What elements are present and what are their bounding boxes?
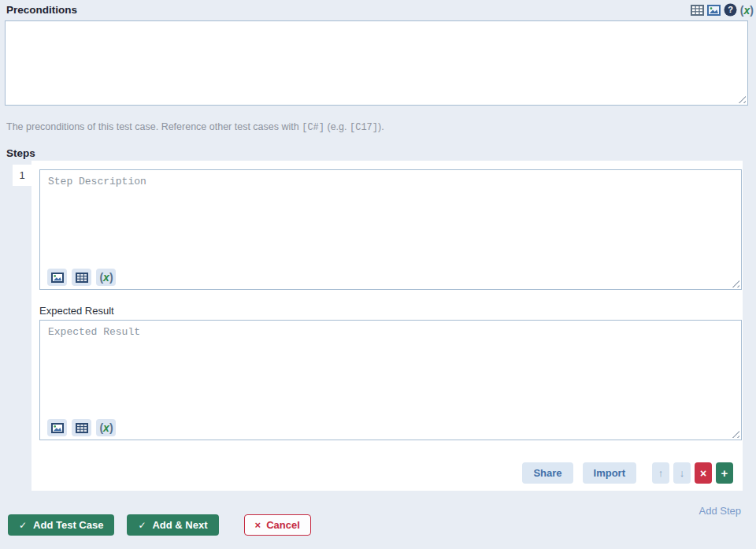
step-description-toolbar: (x) bbox=[47, 269, 116, 286]
variable-icon[interactable]: (x) bbox=[740, 5, 753, 16]
add-step-inline-button[interactable]: + bbox=[716, 462, 733, 484]
expected-result-label: Expected Result bbox=[39, 305, 114, 317]
footer-actions: ✓ Add Test Case ✓ Add & Next × Cancel bbox=[8, 514, 311, 536]
preconditions-help: The preconditions of this test case. Ref… bbox=[6, 121, 384, 133]
close-icon: × bbox=[255, 519, 261, 531]
variable-icon[interactable]: (x) bbox=[96, 419, 116, 436]
preconditions-toolbar: ? (x) bbox=[691, 3, 753, 17]
table-icon[interactable] bbox=[691, 5, 704, 16]
step-description-input[interactable] bbox=[40, 170, 741, 289]
add-step-link[interactable]: Add Step bbox=[699, 505, 742, 517]
check-icon: ✓ bbox=[19, 520, 27, 531]
share-button[interactable]: Share bbox=[522, 462, 573, 484]
cancel-button[interactable]: × Cancel bbox=[244, 514, 311, 536]
table-icon[interactable] bbox=[72, 269, 91, 286]
arrow-down-icon: ↓ bbox=[680, 467, 685, 479]
help-icon[interactable]: ? bbox=[724, 3, 737, 17]
add-and-next-button[interactable]: ✓ Add & Next bbox=[127, 514, 218, 536]
delete-step-button[interactable]: × bbox=[695, 462, 712, 484]
table-icon[interactable] bbox=[72, 419, 91, 436]
step-description-box bbox=[39, 169, 742, 290]
preconditions-label: Preconditions bbox=[6, 4, 77, 16]
image-icon[interactable] bbox=[47, 419, 67, 436]
steps-label: Steps bbox=[6, 147, 35, 159]
svg-text:?: ? bbox=[728, 5, 733, 14]
expected-result-toolbar: (x) bbox=[47, 419, 116, 436]
move-step-down-button[interactable]: ↓ bbox=[673, 462, 691, 484]
step-row: (x) Expected Result (x) Share bbox=[32, 161, 743, 491]
variable-icon[interactable]: (x) bbox=[96, 269, 116, 286]
check-icon: ✓ bbox=[138, 520, 146, 531]
import-button[interactable]: Import bbox=[583, 462, 636, 484]
add-test-case-button[interactable]: ✓ Add Test Case bbox=[8, 514, 114, 536]
step-actions: Share Import ↑ ↓ × + bbox=[522, 462, 733, 484]
plus-icon: + bbox=[721, 466, 728, 480]
preconditions-box bbox=[5, 20, 748, 106]
move-step-up-button[interactable]: ↑ bbox=[652, 462, 669, 484]
step-number: 1 bbox=[13, 165, 32, 186]
arrow-up-icon: ↑ bbox=[658, 467, 664, 479]
image-icon[interactable] bbox=[707, 5, 721, 16]
close-icon: × bbox=[700, 467, 706, 480]
expected-result-input[interactable] bbox=[40, 321, 741, 440]
preconditions-input[interactable] bbox=[6, 21, 747, 105]
image-icon[interactable] bbox=[47, 269, 67, 286]
expected-result-box bbox=[39, 320, 742, 440]
